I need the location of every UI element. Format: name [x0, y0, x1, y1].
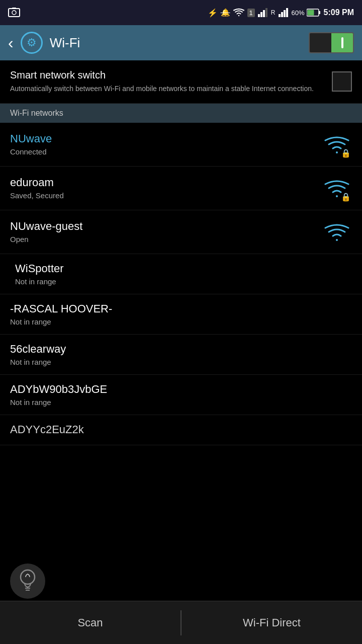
svg-rect-6 [265, 8, 267, 17]
wifi-signal-eduroam: 🔒 [322, 175, 352, 202]
settings-icon-circle: ⚙ [21, 32, 43, 54]
network-item-nuwave[interactable]: NUwave Connected 🔒 [0, 123, 362, 167]
scan-button[interactable]: Scan [0, 601, 180, 644]
svg-rect-3 [258, 14, 260, 17]
network-name-partial-adyyc: ADYYc2EuZ2k [10, 423, 352, 436]
smart-switch-title: Smart network switch [10, 69, 324, 81]
status-bar: ⚡ 🔔 1 R 60% [0, 0, 362, 25]
network-item-wispotter[interactable]: WiSpotter Not in range [0, 254, 362, 294]
battery-icon [307, 9, 321, 17]
network-name-56clearway: 56clearway [10, 343, 352, 356]
network-name-rascal-hoover: -RASCAL HOOVER- [10, 302, 352, 315]
wifi-status-icon [233, 8, 244, 17]
network-status-eduroam: Saved, Secured [10, 191, 322, 200]
status-left-icons [8, 7, 20, 18]
wifi-signal-nuwave-guest [322, 218, 352, 246]
network-info-adybw: ADYbW90b3JvbGE Not in range [10, 383, 352, 407]
sim1-icon: 1 [247, 9, 255, 17]
network-status-56clearway: Not in range [10, 358, 352, 366]
network-item-eduroam[interactable]: eduroam Saved, Secured 🔒 [0, 167, 362, 210]
svg-rect-9 [284, 10, 286, 17]
toggle-off-half [310, 33, 331, 52]
battery-indicator: 60% [292, 9, 321, 17]
network-item-adybw[interactable]: ADYbW90b3JvbGE Not in range [0, 375, 362, 415]
svg-rect-13 [307, 10, 314, 16]
photo-icon [8, 7, 20, 18]
svg-rect-7 [279, 14, 281, 17]
lightbulb-svg [19, 569, 37, 593]
status-time: 5:09 PM [324, 8, 354, 17]
network-status-wispotter: Not in range [10, 277, 352, 286]
network-name-wispotter: WiSpotter [10, 262, 352, 275]
wifi-toggle[interactable] [309, 32, 354, 53]
svg-rect-2 [12, 8, 16, 9]
hint-bulb-icon [10, 564, 45, 599]
svg-point-14 [21, 570, 35, 584]
network-item-nuwave-guest[interactable]: NUwave-guest Open [0, 210, 362, 254]
network-info-eduroam: eduroam Saved, Secured [10, 176, 322, 200]
smart-switch-checkbox[interactable] [332, 71, 352, 92]
toggle-on-bar [341, 37, 343, 48]
scan-label: Scan [77, 616, 103, 629]
wifi-signal-nuwave: 🔒 [322, 131, 352, 158]
svg-rect-10 [286, 8, 288, 17]
status-right-icons: ⚡ 🔔 1 R 60% [208, 8, 354, 18]
network-status-nuwave: Connected [10, 147, 322, 156]
network-info-wispotter: WiSpotter Not in range [10, 262, 352, 286]
bottom-bar: Scan Wi-Fi Direct [0, 601, 362, 644]
network-name-eduroam: eduroam [10, 176, 322, 189]
settings-gear-icon: ⚙ [27, 36, 37, 49]
network-item-rascal-hoover[interactable]: -RASCAL HOOVER- Not in range [0, 294, 362, 335]
back-button[interactable]: ‹ [8, 34, 14, 52]
svg-rect-0 [9, 9, 20, 17]
mute-icon: 🔔 [221, 8, 230, 17]
network-item-56clearway[interactable]: 56clearway Not in range [0, 335, 362, 375]
smart-network-switch-row[interactable]: Smart network switch Automatically switc… [0, 60, 362, 104]
network-status-rascal-hoover: Not in range [10, 317, 352, 326]
network-status-adybw: Not in range [10, 398, 352, 407]
roaming-icon: R [271, 9, 276, 16]
signal1-icon [258, 8, 268, 17]
svg-rect-12 [319, 11, 320, 14]
svg-rect-5 [263, 10, 265, 17]
network-name-nuwave-guest: NUwave-guest [10, 220, 322, 233]
lock-icon-nuwave: 🔒 [341, 148, 351, 158]
wifi-direct-button[interactable]: Wi-Fi Direct [182, 601, 362, 644]
network-status-nuwave-guest: Open [10, 235, 322, 244]
network-item-partial-adyyc[interactable]: ADYYc2EuZ2k [0, 415, 362, 445]
toggle-on-half [331, 33, 353, 52]
svg-point-1 [12, 11, 16, 15]
bluetooth-icon: ⚡ [208, 8, 218, 18]
network-info-nuwave-guest: NUwave-guest Open [10, 220, 322, 244]
network-info-nuwave: NUwave Connected [10, 132, 322, 156]
smart-switch-description: Automatically switch between Wi-Fi and m… [10, 84, 324, 94]
wifi-signal-icon-nuwave-guest [324, 222, 350, 242]
svg-rect-4 [260, 12, 262, 17]
network-name-adybw: ADYbW90b3JvbGE [10, 383, 352, 396]
action-bar: ‹ ⚙ Wi-Fi [0, 25, 362, 60]
network-name-nuwave: NUwave [10, 132, 322, 145]
signal2-icon [279, 8, 289, 17]
network-info-56clearway: 56clearway Not in range [10, 343, 352, 366]
smart-switch-text: Smart network switch Automatically switc… [10, 69, 332, 94]
wifi-networks-section-header: Wi-Fi networks [0, 104, 362, 123]
battery-percent: 60% [292, 9, 305, 17]
network-info-rascal-hoover: -RASCAL HOOVER- Not in range [10, 302, 352, 326]
lock-icon-eduroam: 🔒 [341, 192, 351, 202]
svg-rect-8 [281, 12, 283, 17]
wifi-direct-label: Wi-Fi Direct [243, 616, 301, 629]
page-title: Wi-Fi [50, 35, 309, 51]
